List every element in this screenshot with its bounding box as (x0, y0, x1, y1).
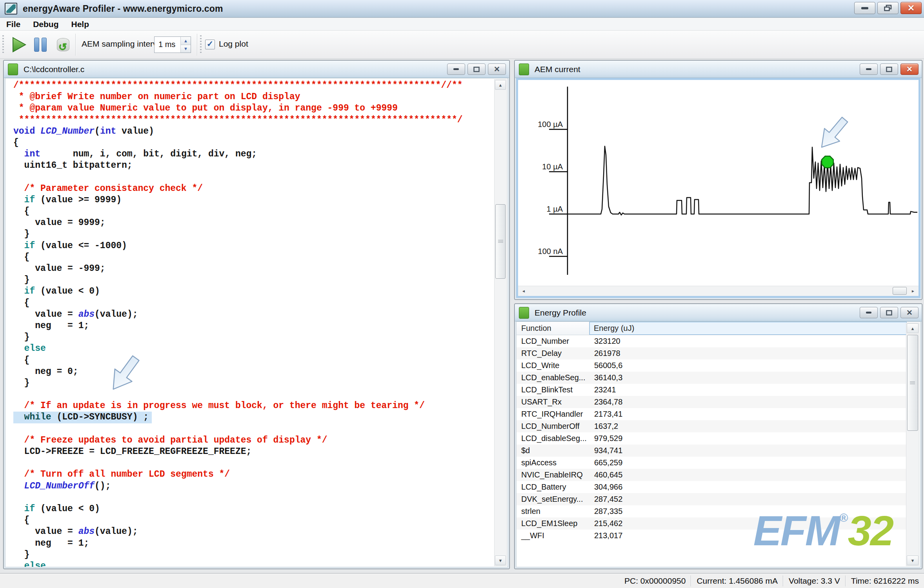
pause-button[interactable] (31, 36, 49, 54)
close-button[interactable]: ✕ (900, 2, 922, 14)
table-vscrollbar[interactable]: ▲ ▼ (906, 323, 919, 566)
cell-function: $d (517, 445, 589, 457)
cell-function: strlen (517, 505, 589, 517)
toolbar-grip[interactable] (2, 35, 4, 54)
energy-profile-window: Energy Profile ✕ Function Energy (uJ) (514, 303, 922, 569)
reset-button[interactable]: ↺ (54, 36, 72, 54)
code-line: if (value <= -1000) (13, 240, 493, 252)
code-vscrollbar[interactable]: ▲ ▼ (494, 79, 507, 566)
selected-sample-marker[interactable] (822, 156, 833, 168)
table-row[interactable]: RTC_IRQHandler2173,41 (517, 408, 907, 420)
code-line: } (13, 549, 493, 561)
scrollbar-thumb[interactable] (495, 204, 506, 279)
check-icon: ✓ (207, 39, 214, 49)
scrollbar-thumb[interactable] (893, 287, 907, 295)
restore-button[interactable] (877, 2, 899, 14)
minimize-button[interactable] (854, 2, 875, 14)
energy-window-titlebar[interactable]: Energy Profile ✕ (515, 304, 922, 321)
table-row[interactable]: LCD_Battery304,966 (517, 481, 907, 493)
table-row[interactable]: $d934,741 (517, 445, 907, 457)
table-row[interactable]: DVK_setEnergy...287,452 (517, 493, 907, 505)
scroll-left-arrow[interactable]: ◄ (519, 287, 528, 295)
current-trace (567, 146, 917, 215)
close-button[interactable]: ✕ (900, 307, 919, 318)
minimize-button[interactable] (860, 307, 878, 318)
sampling-interval-spinner[interactable]: 1 ms ▲ ▼ (154, 36, 191, 53)
code-editor[interactable]: /***************************************… (5, 78, 508, 567)
spinner-down-button[interactable]: ▼ (181, 45, 191, 53)
cell-energy: 2173,41 (589, 408, 907, 420)
code-line (13, 423, 493, 435)
scroll-right-arrow[interactable]: ► (908, 287, 918, 295)
scroll-down-arrow[interactable]: ▼ (907, 555, 919, 565)
close-icon: ✕ (494, 65, 500, 73)
document-icon (8, 64, 18, 75)
table-row[interactable]: spiAccess665,259 (517, 457, 907, 469)
table-row[interactable]: NVIC_EnableIRQ460,645 (517, 469, 907, 481)
cell-function: DVK_setEnergy... (517, 493, 589, 505)
column-header-function[interactable]: Function (517, 322, 589, 335)
aem-chart-svg: 100 µA10 µA1 µA100 nA (518, 80, 919, 290)
menu-item-debug[interactable]: Debug (27, 18, 65, 31)
aem-chart[interactable]: 100 µA10 µA1 µA100 nA (518, 80, 919, 286)
code-line-highlighted: while (LCD->SYNCBUSY) ; (13, 412, 493, 423)
mdi-area: C:\lcdcontroller.c ✕ /******************… (0, 59, 924, 573)
column-header-energy[interactable]: Energy (uJ) (589, 322, 907, 335)
y-tick-label: 10 µA (542, 162, 563, 171)
table-row[interactable]: LCD_enableSeg...36140,3 (517, 372, 907, 384)
menu-item-help[interactable]: Help (65, 18, 96, 31)
maximize-icon (473, 67, 480, 72)
code-line (13, 389, 493, 400)
run-button[interactable] (10, 36, 28, 54)
maximize-button[interactable] (467, 64, 486, 75)
close-button[interactable]: ✕ (900, 64, 919, 75)
code-line: { (13, 137, 493, 149)
status-segment: Current: 1.456086 mA (691, 576, 783, 586)
sampling-interval-value[interactable]: 1 ms (155, 37, 180, 53)
aem-hscrollbar[interactable]: ◄ ► (518, 286, 919, 296)
code-line: if (value < 0) (13, 286, 493, 297)
code-text[interactable]: /***************************************… (5, 78, 493, 567)
code-line: neg = 1; (13, 538, 493, 549)
log-plot-checkbox[interactable]: ✓ (205, 40, 215, 49)
maximize-button[interactable] (880, 64, 898, 75)
cell-function: LCD_EM1Sleep (517, 517, 589, 530)
close-icon: ✕ (906, 309, 913, 316)
code-window: C:\lcdcontroller.c ✕ /******************… (3, 60, 510, 569)
minimize-icon (453, 68, 459, 70)
logo-registered-mark: ® (839, 511, 848, 524)
maximize-button[interactable] (880, 307, 898, 318)
code-window-titlebar[interactable]: C:\lcdcontroller.c ✕ (4, 61, 509, 78)
table-row[interactable]: RTC_Delay261978 (517, 347, 907, 359)
toolbar-grip[interactable] (200, 35, 202, 54)
table-row[interactable]: LCD_NumberOff1637,2 (517, 420, 907, 432)
cell-energy: 2364,78 (589, 396, 907, 408)
chart-icon (519, 64, 529, 75)
table-row[interactable]: LCD_Number323120 (517, 335, 907, 347)
table-row[interactable]: USART_Rx2364,78 (517, 396, 907, 408)
cell-function: __WFI (517, 530, 589, 542)
cell-energy: 287,452 (589, 493, 907, 505)
menu-item-file[interactable]: File (0, 18, 27, 31)
code-line (13, 457, 493, 469)
table-row[interactable]: LCD_Write56005,6 (517, 359, 907, 372)
application-window: energyAware Profiler - www.energymicro.c… (0, 0, 924, 588)
table-row[interactable]: LCD_disableSeg...979,529 (517, 432, 907, 445)
status-segment: Time: 6216222 ms (846, 576, 924, 586)
aem-window-title: AEM current (535, 65, 580, 74)
close-button[interactable]: ✕ (488, 64, 506, 75)
minimize-button[interactable] (447, 64, 465, 75)
code-line: neg = 0; (13, 366, 493, 377)
scroll-up-arrow[interactable]: ▲ (907, 323, 919, 333)
table-row[interactable]: LCD_BlinkTest23241 (517, 384, 907, 396)
scroll-down-arrow[interactable]: ▼ (495, 555, 506, 565)
scrollbar-thumb[interactable] (907, 335, 918, 431)
logo-32-text: 32 (848, 507, 893, 554)
scroll-up-arrow[interactable]: ▲ (495, 80, 506, 90)
code-line: /* Turn off all number LCD segments */ (13, 469, 493, 480)
spinner-up-button[interactable]: ▲ (181, 37, 191, 45)
minimize-button[interactable] (860, 64, 878, 75)
aem-chart-frame: 100 µA10 µA1 µA100 nA ◄ ► (516, 78, 920, 298)
aem-window-titlebar[interactable]: AEM current ✕ (515, 61, 922, 78)
thumb-grip-icon (910, 381, 915, 385)
